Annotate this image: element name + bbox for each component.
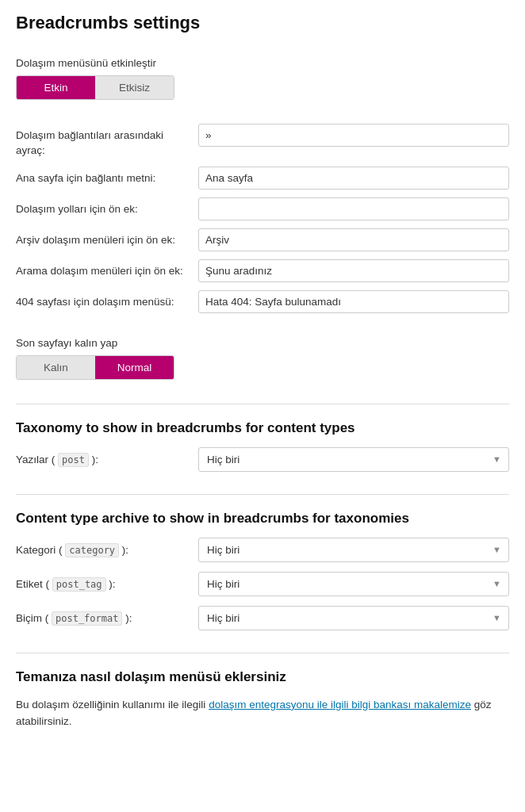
navigation-enable-section: Dolaşım menüsünü etkinleştir Etkin Etkis…: [16, 57, 509, 100]
format-code: post_format: [52, 611, 122, 626]
prefix-search-field-group: Arama dolaşım menüleri için ön ek:: [16, 259, 509, 282]
category-archive-select[interactable]: Hiç biri: [198, 538, 509, 562]
format-archive-select-col: Hiç biri: [198, 606, 509, 630]
tag-label-text: Etiket: [16, 578, 43, 590]
nav-enable-toggle: Etkin Etkisiz: [16, 75, 174, 100]
bottom-section-title: Temanıza nasıl dolaşım menüsü eklersiniz: [16, 669, 509, 685]
prefix-404-label: 404 sayfası için dolaşım menüsü:: [16, 290, 190, 310]
prefix-404-input-col: [198, 290, 509, 313]
bottom-section-link[interactable]: dolaşım entegrasyonu ile ilgili bilgi ba…: [209, 699, 471, 710]
content-type-section: Content type archive to show in breadcru…: [16, 511, 509, 630]
category-archive-label: Kategori ( category ):: [16, 544, 190, 556]
post-taxonomy-select-wrapper: Hiç biri: [198, 447, 509, 472]
post-taxonomy-row: Yazılar ( post ): Hiç biri: [16, 447, 509, 472]
taxonomy-section: Taxonomy to show in breadcrumbs for cont…: [16, 420, 509, 472]
category-archive-row: Kategori ( category ): Hiç biri: [16, 538, 509, 562]
separator-field-group: Dolaşım bağlantıları arasındaki ayraç: »: [16, 124, 509, 159]
prefix-archive-input[interactable]: [198, 228, 509, 251]
separator-input-col: »: [198, 124, 509, 147]
bottom-text-before: Bu dolaşım özelliğinin kullanımı ile ile…: [16, 699, 209, 710]
category-code: category: [65, 543, 119, 557]
bold-toggle-group: Kalın Normal: [16, 355, 174, 380]
bold-toggle-section: Son sayfayı kalın yap Kalın Normal: [16, 337, 509, 380]
home-link-label: Ana sayfa için bağlantı metni:: [16, 167, 190, 186]
category-archive-select-wrapper: Hiç biri: [198, 538, 509, 562]
category-archive-select-col: Hiç biri: [198, 538, 509, 562]
nav-enable-label: Dolaşım menüsünü etkinleştir: [16, 57, 509, 69]
home-link-input[interactable]: Ana sayfa: [198, 167, 509, 190]
breadcrumb-fields-section: Dolaşım bağlantıları arasındaki ayraç: »…: [16, 124, 509, 313]
prefix-archive-field-group: Arşiv dolaşım menüleri için ön ek:: [16, 228, 509, 251]
prefix-archive-input-col: [198, 228, 509, 251]
home-link-field-group: Ana sayfa için bağlantı metni: Ana sayfa: [16, 167, 509, 190]
post-taxonomy-select-col: Hiç biri: [198, 447, 509, 472]
nav-enable-active-btn[interactable]: Etkin: [17, 76, 95, 99]
prefix-search-input[interactable]: [198, 259, 509, 282]
tag-archive-label: Etiket ( post_tag ):: [16, 578, 190, 590]
format-archive-select[interactable]: Hiç biri: [198, 606, 509, 630]
bold-toggle-label: Son sayfayı kalın yap: [16, 337, 509, 349]
bold-btn[interactable]: Kalın: [17, 356, 95, 379]
divider-2: [16, 494, 509, 495]
separator-input[interactable]: »: [198, 124, 509, 147]
tag-archive-row: Etiket ( post_tag ): Hiç biri: [16, 572, 509, 596]
prefix-search-label: Arama dolaşım menüleri için ön ek:: [16, 259, 190, 279]
bottom-section: Temanıza nasıl dolaşım menüsü eklersiniz…: [16, 669, 509, 730]
post-taxonomy-label: Yazılar ( post ):: [16, 454, 190, 465]
prefix-nav-input[interactable]: [198, 197, 509, 220]
prefix-404-input[interactable]: [198, 290, 509, 313]
post-taxonomy-select[interactable]: Hiç biri: [198, 447, 509, 472]
post-taxonomy-label-text: Yazılar: [16, 454, 48, 465]
prefix-search-input-col: [198, 259, 509, 282]
taxonomy-section-title: Taxonomy to show in breadcrumbs for cont…: [16, 420, 509, 436]
format-archive-select-wrapper: Hiç biri: [198, 606, 509, 630]
prefix-archive-label: Arşiv dolaşım menüleri için ön ek:: [16, 228, 190, 248]
bottom-section-text: Bu dolaşım özelliğinin kullanımı ile ile…: [16, 696, 509, 730]
prefix-404-field-group: 404 sayfası için dolaşım menüsü:: [16, 290, 509, 313]
tag-code: post_tag: [52, 577, 106, 592]
format-archive-label: Biçim ( post_format ):: [16, 612, 190, 624]
prefix-nav-input-col: [198, 197, 509, 220]
format-label-text: Biçim: [16, 612, 42, 624]
separator-label: Dolaşım bağlantıları arasındaki ayraç:: [16, 124, 190, 159]
prefix-nav-label: Dolaşım yolları için ön ek:: [16, 197, 190, 217]
page-title: Breadcrumbs settings: [16, 13, 509, 41]
tag-archive-select[interactable]: Hiç biri: [198, 572, 509, 596]
divider-3: [16, 653, 509, 653]
normal-btn[interactable]: Normal: [95, 356, 174, 379]
home-link-input-col: Ana sayfa: [198, 167, 509, 190]
divider-1: [16, 404, 509, 404]
post-taxonomy-code: post: [58, 453, 89, 467]
tag-archive-select-col: Hiç biri: [198, 572, 509, 596]
prefix-nav-field-group: Dolaşım yolları için ön ek:: [16, 197, 509, 220]
category-label-text: Kategori: [16, 544, 56, 556]
format-archive-row: Biçim ( post_format ): Hiç biri: [16, 606, 509, 630]
tag-archive-select-wrapper: Hiç biri: [198, 572, 509, 596]
content-type-section-title: Content type archive to show in breadcru…: [16, 511, 509, 527]
nav-enable-inactive-btn[interactable]: Etkisiz: [95, 76, 174, 99]
